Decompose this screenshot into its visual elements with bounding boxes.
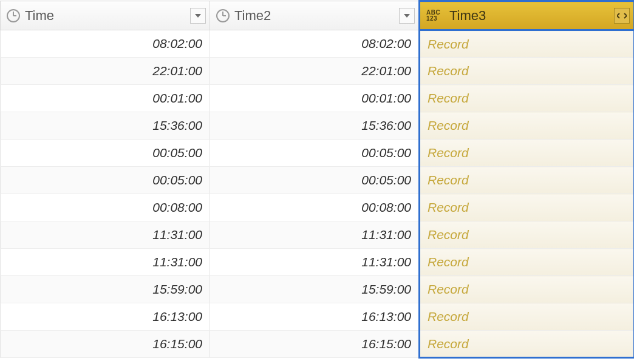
cell-time2[interactable]: 08:02:00 bbox=[210, 30, 420, 58]
table-row[interactable]: 00:08:00 00:08:00 Record bbox=[1, 194, 635, 221]
column-header-time[interactable]: Time bbox=[1, 1, 210, 30]
cell-time2[interactable]: 11:31:00 bbox=[210, 249, 420, 276]
table-row[interactable]: 15:36:00 15:36:00 Record bbox=[1, 112, 635, 140]
cell-time2[interactable]: 00:05:00 bbox=[210, 140, 420, 167]
cell-time3-record[interactable]: Record bbox=[420, 194, 635, 221]
cell-time2[interactable]: 00:05:00 bbox=[210, 167, 420, 194]
cell-time[interactable]: 00:08:00 bbox=[1, 194, 210, 221]
column-header-time3[interactable]: ABC 123 Time3 bbox=[420, 1, 635, 30]
cell-time2[interactable]: 15:59:00 bbox=[210, 276, 420, 303]
cell-time3-record[interactable]: Record bbox=[420, 112, 635, 140]
cell-time3-record[interactable]: Record bbox=[420, 140, 635, 167]
cell-time2[interactable]: 00:01:00 bbox=[210, 85, 420, 112]
cell-time3-record[interactable]: Record bbox=[420, 167, 635, 194]
cell-time2[interactable]: 16:15:00 bbox=[210, 331, 420, 358]
column-label: Time3 bbox=[449, 8, 609, 24]
column-header-time2[interactable]: Time2 bbox=[210, 1, 420, 30]
table-row[interactable]: 22:01:00 22:01:00 Record bbox=[1, 58, 635, 85]
cell-time3-record[interactable]: Record bbox=[420, 30, 635, 58]
clock-icon bbox=[216, 9, 230, 22]
cell-time[interactable]: 00:05:00 bbox=[1, 140, 210, 167]
cell-time[interactable]: 16:15:00 bbox=[1, 331, 210, 358]
table-row[interactable]: 16:13:00 16:13:00 Record bbox=[1, 303, 635, 331]
chevron-down-icon bbox=[195, 14, 201, 18]
anytype-icon: ABC 123 bbox=[426, 10, 445, 22]
clock-icon bbox=[7, 9, 20, 22]
table-row[interactable]: 00:05:00 00:05:00 Record bbox=[1, 167, 635, 194]
cell-time2[interactable]: 00:08:00 bbox=[210, 194, 420, 221]
cell-time[interactable]: 11:31:00 bbox=[1, 249, 210, 276]
cell-time3-record[interactable]: Record bbox=[420, 276, 635, 303]
column-label: Time bbox=[25, 8, 185, 24]
cell-time3-record[interactable]: Record bbox=[420, 58, 635, 85]
header-row: Time Time2 ABC bbox=[1, 1, 635, 30]
cell-time3-record[interactable]: Record bbox=[420, 303, 635, 331]
cell-time[interactable]: 00:05:00 bbox=[1, 167, 210, 194]
cell-time[interactable]: 00:01:00 bbox=[1, 85, 210, 112]
cell-time3-record[interactable]: Record bbox=[420, 221, 635, 249]
table-row[interactable]: 00:01:00 00:01:00 Record bbox=[1, 85, 635, 112]
cell-time[interactable]: 15:59:00 bbox=[1, 276, 210, 303]
expand-column-button[interactable] bbox=[614, 8, 630, 24]
cell-time3-record[interactable]: Record bbox=[420, 331, 635, 358]
cell-time3-record[interactable]: Record bbox=[420, 249, 635, 276]
cell-time[interactable]: 08:02:00 bbox=[1, 30, 210, 58]
table-row[interactable]: 16:15:00 16:15:00 Record bbox=[1, 331, 635, 358]
table-row[interactable]: 11:31:00 11:31:00 Record bbox=[1, 249, 635, 276]
cell-time[interactable]: 11:31:00 bbox=[1, 221, 210, 249]
column-label: Time2 bbox=[234, 8, 394, 24]
cell-time3-record[interactable]: Record bbox=[420, 85, 635, 112]
filter-dropdown-button[interactable] bbox=[190, 8, 206, 24]
table-row[interactable]: 11:31:00 11:31:00 Record bbox=[1, 221, 635, 249]
filter-dropdown-button[interactable] bbox=[399, 8, 415, 24]
cell-time2[interactable]: 11:31:00 bbox=[210, 221, 420, 249]
cell-time2[interactable]: 15:36:00 bbox=[210, 112, 420, 140]
expand-icon bbox=[617, 12, 627, 19]
table-row[interactable]: 15:59:00 15:59:00 Record bbox=[1, 276, 635, 303]
cell-time[interactable]: 15:36:00 bbox=[1, 112, 210, 140]
cell-time[interactable]: 16:13:00 bbox=[1, 303, 210, 331]
cell-time2[interactable]: 16:13:00 bbox=[210, 303, 420, 331]
table-row[interactable]: 08:02:00 08:02:00 Record bbox=[1, 30, 635, 58]
chevron-down-icon bbox=[404, 14, 410, 18]
table-row[interactable]: 00:05:00 00:05:00 Record bbox=[1, 140, 635, 167]
cell-time2[interactable]: 22:01:00 bbox=[210, 58, 420, 85]
table-body: 08:02:00 08:02:00 Record 22:01:00 22:01:… bbox=[1, 30, 635, 358]
cell-time[interactable]: 22:01:00 bbox=[1, 58, 210, 85]
data-table: Time Time2 ABC bbox=[0, 0, 634, 359]
